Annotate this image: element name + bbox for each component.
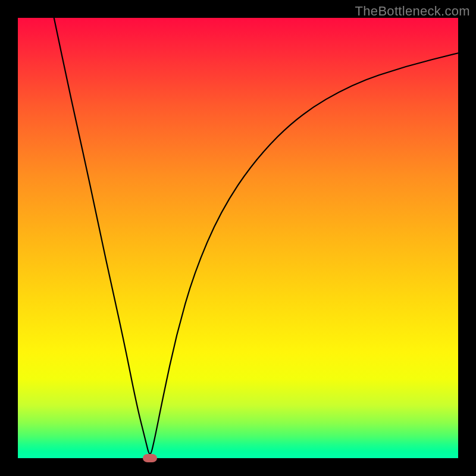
curve-svg <box>18 18 458 458</box>
minimum-marker <box>143 454 157 462</box>
plot-area <box>18 18 458 458</box>
bottleneck-curve <box>18 0 458 454</box>
watermark-text: TheBottleneck.com <box>355 4 470 19</box>
chart-frame: TheBottleneck.com <box>0 0 476 476</box>
